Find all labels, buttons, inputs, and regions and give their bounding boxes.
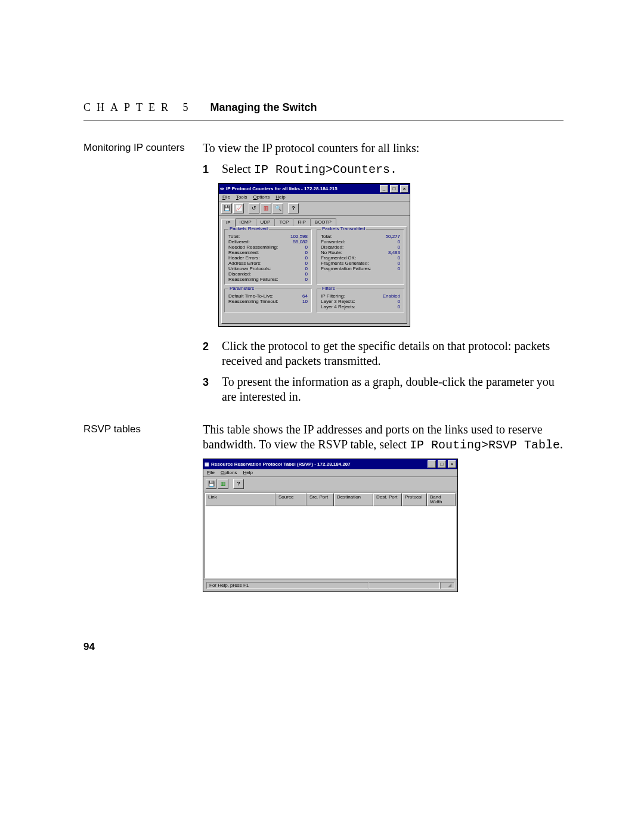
win2-titlebar[interactable]: ▦ Resource Reservation Protocol Tabel (R… [203, 459, 457, 469]
win1-titlebar[interactable]: ⇔ IP Protocol Counters for all links - 1… [219, 184, 410, 194]
col-bandwidth[interactable]: Band Width [427, 493, 456, 506]
col-dest-port[interactable]: Dest. Port [373, 493, 402, 506]
tool-search-icon[interactable]: 🔍 [273, 203, 283, 213]
win2-statusbar: For Help, press F1 ◢ [203, 580, 457, 592]
counter-row[interactable]: Address Errors:0 [228, 261, 308, 266]
win2-minimize-icon[interactable]: _ [428, 460, 436, 468]
tool-graph-icon[interactable]: 📈 [233, 203, 244, 213]
chapter-label: CHAPTER 5 [83, 101, 194, 113]
counter-row[interactable]: Total:102,598 [228, 234, 308, 239]
tab-bootp[interactable]: BOOTP [310, 218, 336, 226]
ip-counters-window: ⇔ IP Protocol Counters for all links - 1… [218, 183, 410, 327]
sidehead-rsvp: RSVP tables [83, 422, 203, 592]
running-head: CHAPTER 5 Managing the Switch [83, 101, 564, 114]
step-num-3: 3 [203, 374, 211, 404]
tool-help-icon[interactable]: ? [288, 203, 299, 213]
counter-row[interactable]: Header Errors:0 [228, 255, 308, 261]
chapter-title: Managing the Switch [210, 101, 317, 113]
counter-row[interactable]: Reassembling Failures:0 [228, 277, 308, 282]
counter-row[interactable]: Layer 3 Rejects:0 [321, 299, 400, 304]
group-parameters: Parameters Default Time-To-Live:64Reasse… [224, 289, 312, 312]
win1-tabstrip: IP ICMP UDP TCP RIP BOOTP [219, 216, 410, 226]
menu-help[interactable]: Help [275, 195, 285, 200]
counter-row[interactable]: IP Filtering:Enabled [321, 293, 400, 299]
win2-tool-save-icon[interactable]: 💾 [206, 479, 216, 489]
counter-row[interactable]: Unknown Protocols:0 [228, 266, 308, 271]
menu-options[interactable]: Options [253, 195, 270, 200]
win1-appicon: ⇔ [220, 187, 224, 191]
win1-client: Packets Received Total:102,598Delivered:… [221, 226, 407, 324]
status-help: For Help, press F1 [206, 582, 369, 589]
win2-title-text: Resource Reservation Protocol Tabel (RSV… [211, 462, 351, 467]
counter-row[interactable]: Fragmented OK:0 [321, 255, 400, 261]
counter-row[interactable]: Forwarded:0 [321, 239, 400, 244]
rsvp-window: ▦ Resource Reservation Protocol Tabel (R… [203, 459, 458, 592]
counter-row[interactable]: Discarded:0 [321, 244, 400, 250]
header-rule [83, 120, 564, 120]
counter-row[interactable]: Delivered:55,082 [228, 239, 308, 244]
tool-save-icon[interactable]: 💾 [221, 203, 232, 213]
rsvp-para: This table shows the IP addresses and po… [203, 422, 564, 453]
step2-text: Click the protocol to get the specific d… [222, 339, 564, 368]
counter-row[interactable]: Layer 4 Rejects:0 [321, 304, 400, 309]
counter-row[interactable]: Reassembled:0 [228, 250, 308, 255]
tab-rip[interactable]: RIP [293, 218, 310, 226]
counter-row[interactable]: Reassembling Timeout:10 [228, 299, 308, 304]
tool-stoplight-icon[interactable]: ▥ [261, 203, 271, 213]
counter-row[interactable]: Fragments Generated:0 [321, 261, 400, 266]
step-num-1: 1 [203, 162, 211, 177]
win2-appicon: ▦ [205, 462, 209, 467]
counter-row[interactable]: Needed Reassembling:0 [228, 244, 308, 250]
menu-file[interactable]: File [222, 195, 230, 200]
win1-title-text: IP Protocol Counters for all links - 172… [226, 187, 338, 191]
sidehead-monitoring: Monitoring IP counters [83, 141, 203, 410]
minimize-icon[interactable]: _ [380, 185, 388, 193]
tab-icmp[interactable]: ICMP [235, 218, 256, 226]
col-source[interactable]: Source [275, 493, 306, 506]
counter-row[interactable]: Default Time-To-Live:64 [228, 293, 308, 299]
step1-text: Select IP Routing>Counters. [222, 162, 564, 177]
win2-menubar: File Options Help [203, 469, 457, 477]
counter-row[interactable]: Discarded:0 [228, 271, 308, 277]
win2-menu-options[interactable]: Options [221, 470, 237, 475]
win2-tool-stoplight-icon[interactable]: ▥ [218, 479, 228, 489]
group-packets-transmitted: Packets Transmitted Total:50,277Forwarde… [317, 229, 404, 285]
win2-menu-file[interactable]: File [207, 470, 215, 475]
maximize-icon[interactable]: □ [390, 185, 398, 193]
win2-tool-help-icon[interactable]: ? [233, 479, 244, 489]
win2-list-body[interactable] [205, 506, 456, 578]
page-number: 94 [83, 641, 95, 653]
win2-listview[interactable]: Link Source Src. Port Destination Dest. … [205, 493, 456, 578]
counter-row[interactable]: No Route:8,483 [321, 250, 400, 255]
resize-grip-icon[interactable]: ◢ [440, 582, 454, 589]
win2-toolbar: 💾 ▥ ? [203, 477, 457, 491]
group-filters: Filters IP Filtering:EnabledLayer 3 Reje… [317, 289, 404, 312]
step3-text: To present the information as a graph, d… [222, 374, 564, 404]
counter-row[interactable]: Total:50,277 [321, 234, 400, 239]
intro-text: To view the IP protocol counters for all… [203, 141, 564, 156]
close-icon[interactable]: × [400, 185, 408, 193]
counter-row[interactable]: Fragmentation Failures:0 [321, 266, 400, 271]
win2-maximize-icon[interactable]: □ [438, 460, 446, 468]
status-pane [369, 582, 440, 589]
win1-menubar: File Tools Options Help [219, 194, 410, 202]
col-link[interactable]: Link [205, 493, 275, 506]
win2-close-icon[interactable]: × [448, 460, 456, 468]
tab-udp[interactable]: UDP [256, 218, 275, 226]
tool-refresh-icon[interactable]: ↺ [249, 203, 259, 213]
win1-toolbar: 💾 📈 ↺ ▥ 🔍 ? [219, 202, 410, 216]
group-packets-received: Packets Received Total:102,598Delivered:… [224, 229, 312, 285]
col-protocol[interactable]: Protocol [402, 493, 427, 506]
col-destination[interactable]: Destination [334, 493, 373, 506]
win2-columns: Link Source Src. Port Destination Dest. … [205, 493, 456, 506]
tab-tcp[interactable]: TCP [274, 218, 293, 226]
menu-tools[interactable]: Tools [236, 195, 247, 200]
col-src-port[interactable]: Src. Port [306, 493, 334, 506]
step-num-2: 2 [203, 339, 211, 368]
win2-menu-help[interactable]: Help [243, 470, 253, 475]
